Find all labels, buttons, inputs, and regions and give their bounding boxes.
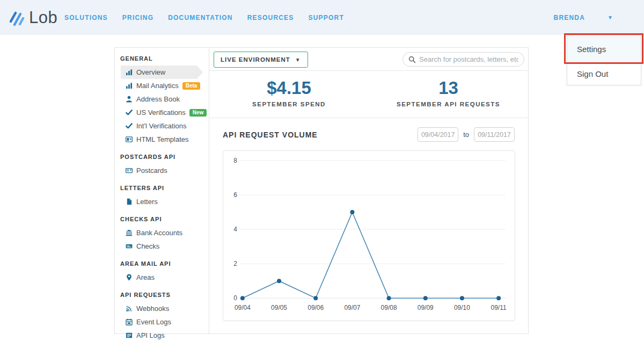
sidebar-item-html-templates[interactable]: HTML Templates — [115, 133, 209, 146]
data-point — [350, 210, 354, 214]
date-range-picker: to — [418, 127, 515, 142]
template-icon — [126, 136, 133, 143]
sidebar: GENERALOverviewMail AnalyticsBetaAddress… — [115, 48, 209, 333]
list-icon — [126, 332, 133, 339]
sidebar-item-label: Postcards — [136, 166, 167, 175]
sidebar-item-label: Mail Analytics — [136, 82, 179, 90]
nav-link-pricing[interactable]: PRICING — [122, 14, 153, 21]
sidebar-item-int-l-verifications[interactable]: Int'l Verifications — [115, 119, 209, 133]
api-request-volume-chart: 0246809/0409/0509/0609/0709/0809/0909/10… — [223, 150, 515, 321]
search-icon — [408, 56, 416, 63]
stats-row: $4.15 SEPTEMBER SPEND 13 SEPTEMBER API R… — [209, 71, 528, 118]
date-from-input[interactable] — [418, 127, 458, 142]
sidebar-item-checks[interactable]: Checks — [115, 240, 209, 253]
svg-text:09/10: 09/10 — [454, 304, 470, 311]
sidebar-item-bank-accounts[interactable]: Bank Accounts — [115, 226, 209, 240]
sidebar-item-event-logs[interactable]: Event Logs — [115, 315, 209, 329]
sidebar-item-webhooks[interactable]: Webhooks — [115, 302, 209, 315]
sidebar-item-label: Int'l Verifications — [136, 122, 187, 130]
svg-text:2: 2 — [233, 260, 237, 267]
nav-link-resources[interactable]: RESOURCES — [247, 14, 294, 21]
sidebar-section: GENERALOverviewMail AnalyticsBetaAddress… — [115, 55, 209, 146]
svg-text:09/11: 09/11 — [491, 304, 507, 311]
user-dropdown-menu: Settings Sign Out — [567, 35, 641, 85]
sidebar-item-label: Letters — [136, 198, 158, 206]
lob-logo[interactable]: Lob — [8, 0, 57, 35]
data-point — [423, 296, 428, 300]
sidebar-item-label: Event Logs — [136, 318, 171, 326]
sidebar-item-mail-analytics[interactable]: Mail AnalyticsBeta — [115, 79, 209, 92]
date-to-input[interactable] — [474, 127, 515, 142]
stat-label: SEPTEMBER API REQUESTS — [369, 101, 528, 107]
nav-link-solutions[interactable]: SOLUTIONS — [64, 14, 108, 21]
sidebar-section-title: POSTCARDS API — [120, 154, 209, 160]
sidebar-section: CHECKS APIBank AccountsChecks — [115, 216, 209, 253]
top-header: Lob SOLUTIONSPRICINGDOCUMENTATIONRESOURC… — [0, 0, 644, 35]
main-panel: LIVE ENVIRONMENT ▼ $4.15 SEPTEMBER SPEND — [209, 48, 528, 333]
svg-text:8: 8 — [233, 157, 237, 164]
bar-chart-icon — [126, 82, 133, 89]
sidebar-item-label: Webhooks — [136, 304, 169, 313]
person-icon — [126, 96, 133, 103]
svg-text:4: 4 — [233, 226, 237, 233]
sidebar-item-api-logs[interactable]: API Logs — [115, 329, 209, 341]
content-frame: GENERALOverviewMail AnalyticsBetaAddress… — [114, 47, 529, 334]
sidebar-item-label: Bank Accounts — [136, 229, 182, 237]
search-box — [402, 52, 524, 67]
data-point — [460, 296, 464, 300]
main-topbar: LIVE ENVIRONMENT ▼ — [209, 48, 528, 71]
sidebar-item-label: HTML Templates — [136, 135, 189, 143]
sidebar-item-label: Overview — [136, 68, 165, 76]
logo-text: Lob — [29, 8, 57, 27]
sidebar-item-address-book[interactable]: Address Book — [115, 92, 209, 106]
volume-header: API REQUEST VOLUME to — [223, 127, 515, 142]
svg-text:09/05: 09/05 — [271, 304, 287, 311]
data-point — [240, 296, 245, 300]
data-point — [277, 279, 281, 283]
stat-september-api-requests: 13 SEPTEMBER API REQUESTS — [369, 71, 528, 118]
section-title: API REQUEST VOLUME — [223, 130, 318, 139]
menu-item-settings[interactable]: Settings — [567, 35, 641, 63]
bar-chart-icon — [126, 69, 133, 76]
data-point — [313, 296, 318, 300]
lob-logo-icon — [8, 8, 27, 27]
stat-september-spend: $4.15 SEPTEMBER SPEND — [209, 71, 369, 118]
sidebar-section-title: CHECKS API — [120, 216, 209, 222]
sidebar-item-label: Checks — [136, 242, 159, 250]
user-menu-trigger[interactable]: BRENDA ▼ — [554, 0, 613, 35]
postcard-icon — [126, 167, 133, 174]
svg-text:0: 0 — [233, 294, 237, 302]
svg-text:09/07: 09/07 — [344, 304, 360, 311]
search-input[interactable] — [419, 55, 518, 63]
environment-selector[interactable]: LIVE ENVIRONMENT ▼ — [214, 52, 308, 68]
chevron-down-icon: ▼ — [295, 57, 301, 63]
sidebar-section: API REQUESTSWebhooksEvent LogsAPI Logs — [115, 292, 209, 341]
sidebar-item-postcards[interactable]: Postcards — [115, 164, 209, 177]
svg-text:09/04: 09/04 — [235, 304, 251, 311]
stat-value: 13 — [369, 78, 528, 98]
svg-text:09/09: 09/09 — [418, 304, 434, 311]
sidebar-item-label: API Logs — [136, 331, 165, 339]
sidebar-item-label: Areas — [136, 273, 155, 281]
letter-icon — [126, 198, 133, 205]
badge-new: New — [189, 109, 207, 117]
check-icon — [126, 109, 133, 116]
user-name: BRENDA — [554, 14, 586, 21]
sidebar-item-label: Address Book — [136, 95, 180, 103]
nav-link-documentation[interactable]: DOCUMENTATION — [168, 14, 232, 21]
sidebar-item-letters[interactable]: Letters — [115, 195, 209, 208]
sidebar-section-title: API REQUESTS — [120, 292, 209, 298]
sidebar-item-overview[interactable]: Overview — [121, 66, 203, 79]
nav-link-support[interactable]: SUPPORT — [309, 14, 344, 21]
data-point — [387, 296, 391, 300]
svg-text:09/06: 09/06 — [308, 304, 324, 311]
date-range-to-label: to — [463, 130, 469, 139]
sidebar-section: POSTCARDS APIPostcards — [115, 154, 209, 177]
chevron-down-icon: ▼ — [608, 14, 613, 20]
sidebar-section-title: AREA MAIL API — [120, 260, 209, 267]
lob-dashboard-page: Lob SOLUTIONSPRICINGDOCUMENTATIONRESOURC… — [0, 0, 644, 341]
data-point — [496, 296, 501, 300]
sidebar-item-us-verifications[interactable]: US VerificationsNew — [115, 106, 209, 119]
sidebar-item-areas[interactable]: Areas — [115, 271, 209, 284]
menu-item-sign-out[interactable]: Sign Out — [567, 63, 641, 85]
